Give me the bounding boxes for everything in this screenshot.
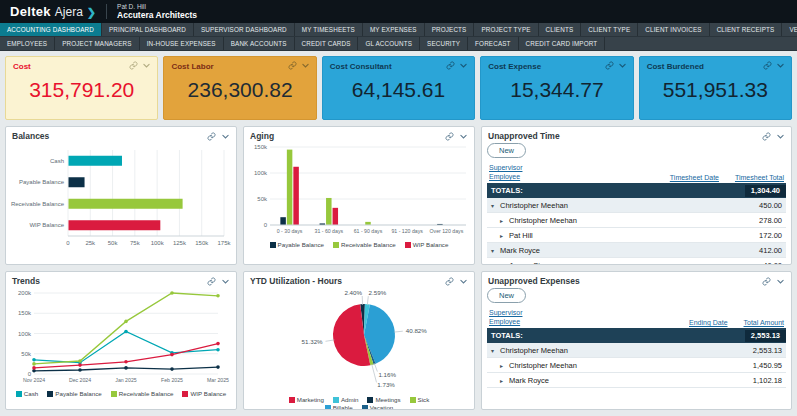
nav-tab-projects[interactable]: PROJECTS [425,23,475,36]
legend-item-payable-balance[interactable]: Payable Balance [270,241,324,248]
link-icon[interactable] [445,132,454,141]
bar-wip-balance[interactable] [69,220,161,230]
bar-payable-balance[interactable] [69,177,85,187]
bar-payable-balance-0-30-days[interactable] [280,217,286,225]
column-header-supervisor[interactable]: Supervisor [489,308,522,317]
nav-tab-my-timesheets[interactable]: MY TIMESHEETS [295,23,363,36]
link-icon[interactable] [129,61,138,70]
link-icon[interactable] [445,277,454,286]
column-header-employee[interactable]: Employee [489,317,522,326]
link-icon[interactable] [763,61,772,70]
legend-item-receivable-balance[interactable]: Receivable Balance [111,390,174,397]
legend-item-vacation[interactable]: Vacation [362,404,394,410]
legend-item-billable[interactable]: Billable [325,404,353,410]
chevron-down-icon[interactable] [221,277,230,286]
table-row-christopher-meehan[interactable]: ▾Christopher Meehan2,553.13 [487,343,786,358]
legend-item-admin[interactable]: Admin [333,396,359,403]
link-icon[interactable] [605,61,614,70]
chevron-down-icon[interactable] [459,132,468,141]
chevron-down-icon[interactable] [142,61,151,70]
kpi-card-cost-burdened[interactable]: Cost Burdened551,951.33 [639,56,792,120]
column-header-supervisor[interactable]: Supervisor [489,163,522,172]
chevron-down-icon[interactable] [776,61,785,70]
chevron-down-icon[interactable] [459,61,468,70]
bar-receivable-balance-31-60-days[interactable] [326,198,332,225]
column-header-timesheet-total[interactable]: Timesheet Total [735,174,784,181]
nav-tab-client-type[interactable]: CLIENT TYPE [581,23,638,36]
link-icon[interactable] [762,277,771,286]
link-icon[interactable] [446,61,455,70]
trend-line-wip-balance[interactable] [34,344,218,368]
legend-item-receivable-balance[interactable]: Receivable Balance [333,241,396,248]
nav-tab-forecast[interactable]: FORECAST [468,37,519,50]
bar-cash[interactable] [69,156,122,166]
link-icon[interactable] [207,277,216,286]
nav-tab-project-type[interactable]: PROJECT TYPE [474,23,538,36]
bar-receivable-balance[interactable] [69,199,183,209]
nav-tab-project-managers[interactable]: PROJECT MANAGERS [55,37,139,50]
legend-item-marketing[interactable]: Marketing [289,396,324,403]
chevron-down-icon[interactable] [459,277,468,286]
nav-tab-principal-dashboard[interactable]: PRINCIPAL DASHBOARD [102,23,194,36]
expand-icon[interactable]: ▸ [500,262,509,265]
chevron-down-icon[interactable] [776,277,785,286]
kpi-card-cost[interactable]: Cost315,791.20 [5,56,158,120]
user-box[interactable]: Pat D. Hill Accutera Architects [117,3,197,21]
legend-item-cash[interactable]: Cash [16,390,38,397]
chevron-down-icon[interactable] [221,132,230,141]
link-icon[interactable] [762,132,771,141]
legend-item-sick[interactable]: Sick [410,396,430,403]
nav-tab-client-receipts[interactable]: CLIENT RECEIPTS [710,23,783,36]
collapse-icon[interactable]: ▾ [491,347,500,354]
nav-tab-supervisor-dashboard[interactable]: SUPERVISOR DASHBOARD [194,23,295,36]
legend-item-wip-balance[interactable]: WIP Balance [405,241,449,248]
chevron-down-icon[interactable] [776,132,785,141]
nav-tab-bank-accounts[interactable]: BANK ACCOUNTS [224,37,295,50]
expand-icon[interactable]: ▸ [500,362,509,369]
nav-tab-gl-accounts[interactable]: GL ACCOUNTS [358,37,420,50]
kpi-card-cost-labor[interactable]: Cost Labor236,300.82 [163,56,316,120]
legend-item-wip-balance[interactable]: WIP Balance [182,390,226,397]
nav-tab-vendors[interactable]: VENDORS [782,23,797,36]
nav-tab-clients[interactable]: CLIENTS [539,23,582,36]
table-row-pat-hill[interactable]: ▸Pat Hill172.00 [487,228,786,243]
collapse-icon[interactable]: ▾ [491,202,500,209]
expand-icon[interactable]: ▸ [500,217,509,224]
link-icon[interactable] [288,61,297,70]
panel-title: YTD Utilization - Hours [250,276,342,286]
column-header-total-amount[interactable]: Total Amount [744,319,784,326]
bar-wip-balance-31-60-days[interactable] [333,208,339,225]
kpi-card-cost-consultant[interactable]: Cost Consultant64,145.61 [322,56,475,120]
column-header-timesheet-date[interactable]: Timesheet Date [670,174,719,181]
table-row-christopher-meehan[interactable]: ▸Christopher Meehan278.00 [487,213,786,228]
nav-tab-employees[interactable]: EMPLOYEES [0,37,55,50]
legend-item-meetings[interactable]: Meetings [367,396,400,403]
table-row-mark-royce[interactable]: ▸Mark Royce1,102.18 [487,373,786,388]
chevron-down-icon[interactable] [618,61,627,70]
expand-icon[interactable]: ▸ [500,232,509,239]
bar-receivable-balance-0-30-days[interactable] [287,150,293,225]
table-row-christopher-meehan[interactable]: ▸Christopher Meehan1,450.95 [487,358,786,373]
nav-tab-credit-cards[interactable]: CREDIT CARDS [295,37,359,50]
collapse-icon[interactable]: ▾ [491,247,500,254]
column-header-employee[interactable]: Employee [489,172,522,181]
trend-line-cash[interactable] [34,332,218,363]
nav-tab-accounting-dashboard[interactable]: ACCOUNTING DASHBOARD [0,23,102,36]
new-button[interactable]: New [487,288,526,303]
column-header-ending-date[interactable]: Ending Date [689,319,728,326]
bar-wip-balance-0-30-days[interactable] [293,167,299,225]
new-button[interactable]: New [487,143,526,158]
table-row-mark-royce[interactable]: ▾Mark Royce412.00 [487,243,786,258]
chevron-down-icon[interactable] [301,61,310,70]
kpi-card-cost-expense[interactable]: Cost Expense15,344.77 [480,56,633,120]
nav-tab-credit-card-import[interactable]: CREDIT CARD IMPORT [519,37,606,50]
legend-item-payable-balance[interactable]: Payable Balance [47,390,101,397]
table-row-james-singer[interactable]: ▸James Singer40.00 [487,258,786,265]
nav-tab-in-house-expenses[interactable]: IN-HOUSE EXPENSES [140,37,224,50]
nav-tab-client-invoices[interactable]: CLIENT INVOICES [638,23,709,36]
link-icon[interactable] [207,132,216,141]
nav-tab-my-expenses[interactable]: MY EXPENSES [363,23,425,36]
expand-icon[interactable]: ▸ [500,377,509,384]
table-row-christopher-meehan[interactable]: ▾Christopher Meehan450.00 [487,198,786,213]
nav-tab-security[interactable]: SECURITY [420,37,468,50]
